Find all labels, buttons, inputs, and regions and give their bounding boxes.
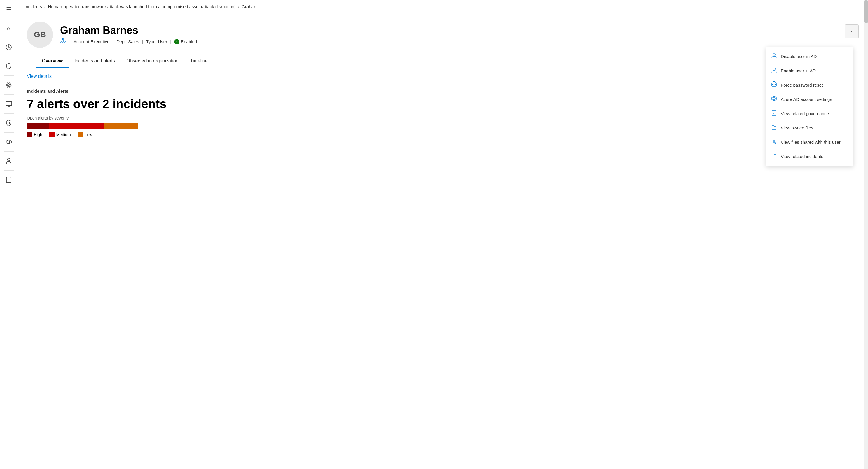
severity-label: Open alerts by severity xyxy=(27,116,859,121)
meta-sep-3: | xyxy=(142,39,143,44)
bar-high xyxy=(27,123,49,129)
meta-sep-2: | xyxy=(112,39,114,44)
legend-dot-low xyxy=(78,132,83,137)
dropdown-azure-ad[interactable]: Azure AD account settings xyxy=(766,92,853,106)
sidebar-divider-3 xyxy=(3,57,14,57)
scrollbar[interactable] xyxy=(865,0,868,469)
sidebar: ☰ ⌂ xyxy=(0,0,18,469)
view-details-link[interactable]: View details xyxy=(27,74,52,79)
svg-rect-13 xyxy=(62,38,64,40)
view-governance-label: View related governance xyxy=(781,111,829,116)
tabs: Overview Incidents and alerts Observed i… xyxy=(36,55,849,68)
legend-label-low: Low xyxy=(85,132,92,137)
eye-icon[interactable] xyxy=(2,136,15,148)
sidebar-divider-4 xyxy=(3,75,14,76)
view-owned-label: View owned files xyxy=(781,125,813,130)
profile-name: Graham Barnes xyxy=(60,25,838,36)
dropdown-enable-ad[interactable]: Enable user in AD xyxy=(766,64,853,78)
bar-medium xyxy=(49,123,104,129)
tab-incidents-alerts[interactable]: Incidents and alerts xyxy=(68,55,121,68)
svg-point-10 xyxy=(7,158,10,161)
sidebar-divider-6 xyxy=(3,113,14,114)
monitor-icon[interactable] xyxy=(2,98,15,110)
svg-marker-33 xyxy=(772,96,776,101)
azure-ad-label: Azure AD account settings xyxy=(781,97,832,102)
enabled-badge: ✓ Enabled xyxy=(174,39,197,44)
svg-point-31 xyxy=(774,84,774,85)
svg-point-25 xyxy=(773,54,775,56)
svg-point-8 xyxy=(8,122,10,124)
view-governance-icon xyxy=(771,110,777,117)
tab-timeline[interactable]: Timeline xyxy=(184,55,214,68)
legend-label-high: High xyxy=(34,132,42,137)
enabled-label: Enabled xyxy=(181,39,197,44)
svg-point-32 xyxy=(775,84,776,85)
breadcrumb-sep-2: › xyxy=(238,4,239,9)
dropdown-menu: Disable user in AD Enable user in AD For… xyxy=(766,47,854,166)
svg-rect-22 xyxy=(27,132,32,137)
sidebar-divider-7 xyxy=(3,132,14,133)
recent-icon[interactable] xyxy=(2,41,15,54)
breadcrumb-sep-1: › xyxy=(44,4,45,9)
legend-item-high: High xyxy=(27,132,42,137)
more-options-button[interactable]: ··· xyxy=(845,25,859,38)
view-shared-label: View files shared with this user xyxy=(781,140,841,144)
person-icon[interactable] xyxy=(2,155,15,167)
svg-point-28 xyxy=(773,68,775,70)
svg-point-49 xyxy=(774,156,774,157)
disable-ad-icon xyxy=(771,53,777,60)
bar-low xyxy=(104,123,138,129)
dropdown-disable-ad[interactable]: Disable user in AD xyxy=(766,49,853,64)
section-divider xyxy=(27,83,149,84)
profile-type: Type: User xyxy=(146,39,167,44)
meta-sep-1: | xyxy=(69,39,70,44)
svg-rect-16 xyxy=(64,42,66,43)
force-reset-label: Force password reset xyxy=(781,82,823,88)
dropdown-view-incidents[interactable]: View related incidents xyxy=(766,149,853,164)
avatar: GB xyxy=(27,22,53,48)
home-icon[interactable]: ⌂ xyxy=(2,22,15,35)
sidebar-divider-2 xyxy=(3,38,14,38)
profile-info: Graham Barnes xyxy=(60,25,838,45)
scrollbar-thumb[interactable] xyxy=(865,0,868,23)
dropdown-view-shared[interactable]: View files shared with this user xyxy=(766,135,853,149)
view-incidents-label: View related incidents xyxy=(781,154,824,159)
legend-item-medium: Medium xyxy=(49,132,71,137)
svg-rect-23 xyxy=(49,132,55,137)
dropdown-force-reset[interactable]: Force password reset xyxy=(766,78,853,92)
shield-icon[interactable] xyxy=(2,60,15,73)
azure-ad-icon xyxy=(771,96,777,103)
legend: High Medium Low xyxy=(27,132,859,137)
profile-header: GB Graham Barnes xyxy=(27,22,859,48)
dropdown-view-governance[interactable]: View related governance xyxy=(766,106,853,121)
breadcrumb-incidents[interactable]: Incidents xyxy=(25,4,42,9)
breadcrumb-incident-name[interactable]: Human-operated ransomware attack was lau… xyxy=(48,4,236,9)
content-area: View details Incidents and Alerts 7 aler… xyxy=(18,68,868,469)
meta-sep-4: | xyxy=(170,39,171,44)
legend-dot-medium xyxy=(49,132,55,137)
svg-rect-14 xyxy=(60,42,62,43)
profile-section: GB Graham Barnes xyxy=(18,13,868,68)
svg-point-30 xyxy=(772,84,773,85)
svg-point-4 xyxy=(8,85,9,86)
legend-label-medium: Medium xyxy=(56,132,71,137)
incidents-label: Incidents and Alerts xyxy=(27,89,859,94)
dropdown-view-owned[interactable]: View owned files xyxy=(766,121,853,135)
device-icon[interactable] xyxy=(2,173,15,186)
severity-bar xyxy=(27,123,138,129)
menu-icon[interactable]: ☰ xyxy=(2,3,15,16)
atom-icon[interactable] xyxy=(2,79,15,92)
legend-dot-high xyxy=(27,132,32,137)
shield2-icon[interactable] xyxy=(2,116,15,129)
profile-dept: Dept: Sales xyxy=(116,39,139,44)
tab-overview[interactable]: Overview xyxy=(36,55,68,68)
force-reset-icon xyxy=(771,81,777,89)
svg-rect-15 xyxy=(62,42,64,43)
sidebar-divider-1 xyxy=(3,19,14,19)
profile-meta: | Account Executive | Dept: Sales | Type… xyxy=(60,38,838,45)
svg-marker-34 xyxy=(773,97,775,100)
svg-rect-24 xyxy=(78,132,83,137)
svg-point-9 xyxy=(8,141,10,143)
breadcrumb-current: Grahan xyxy=(242,4,256,9)
tab-observed[interactable]: Observed in organization xyxy=(121,55,184,68)
